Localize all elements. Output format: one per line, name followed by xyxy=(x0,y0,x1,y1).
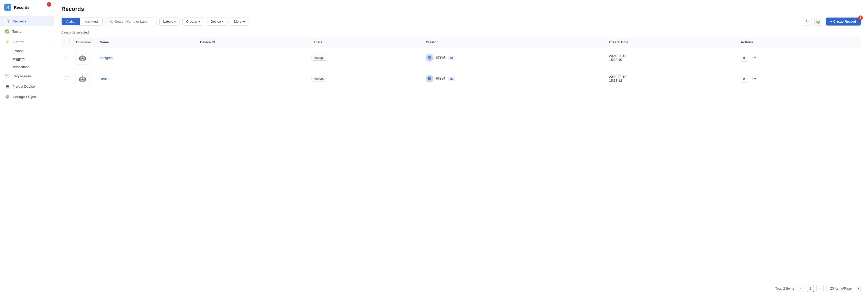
create-record-button[interactable]: + Create Record 2 xyxy=(826,18,861,26)
tab-active[interactable]: Active xyxy=(62,18,80,25)
row-actions-0: ▶ ··· xyxy=(737,47,861,68)
row-actions-1: ▶ ··· xyxy=(737,68,861,89)
tab-archived[interactable]: Archived xyxy=(80,18,102,25)
table-row: 🤖 postgres devops 郑 郑宇靖 Me 2024-04-18 15… xyxy=(61,47,861,68)
search-input[interactable] xyxy=(115,20,153,24)
play-button-1[interactable]: ▶ xyxy=(741,75,748,83)
labels-label: Labels xyxy=(163,20,173,24)
sidebar-item-label-automa: Automa xyxy=(12,40,25,44)
creator-name-0: 郑宇靖 xyxy=(436,56,445,60)
th-actions: Actions xyxy=(737,37,861,47)
next-page-button[interactable]: › xyxy=(816,285,824,292)
create-record-label: + Create Record xyxy=(830,20,856,24)
row-creator-0: 郑 郑宇靖 Me xyxy=(422,47,606,68)
automa-icon: ⚡ xyxy=(5,39,10,44)
table-row: 🤖 Redis devops 郑 郑宇靖 Me 2024-04-18 15:38… xyxy=(61,68,861,89)
more-plus-icon: + xyxy=(243,20,245,24)
avatar-0: 郑 xyxy=(426,54,433,62)
actions-cell-1: ▶ ··· xyxy=(741,75,857,83)
creator-filter-button[interactable]: Creator ▾ xyxy=(182,18,204,26)
sidebar-notification-badge: 1 xyxy=(47,2,51,7)
th-checkbox xyxy=(61,37,72,47)
creator-chevron-icon: ▾ xyxy=(199,20,200,23)
sidebar: R Records 1 📋 Records ✅ Tasks › ⚡ Automa… xyxy=(0,0,54,296)
tasks-icon: ✅ xyxy=(5,29,10,34)
tab-group: Active Archived xyxy=(61,18,103,26)
row-thumbnail-0: 🤖 xyxy=(72,47,96,68)
sidebar-item-triggers[interactable]: Triggers xyxy=(0,55,54,63)
current-page-number: 1 xyxy=(807,285,814,292)
sidebar-item-actions[interactable]: Actions xyxy=(0,47,54,55)
more-actions-button-0[interactable]: ··· xyxy=(750,54,758,62)
sidebar-item-tasks[interactable]: ✅ Tasks › xyxy=(0,26,54,37)
th-thumbnail: Thumbnail xyxy=(72,37,96,47)
th-labels: Labels xyxy=(308,37,422,47)
regressions-icon: 📉 xyxy=(5,73,10,79)
device-chevron-icon: ▾ xyxy=(222,20,224,23)
row-create-time-1: 2024-04-18 15:38:12 xyxy=(606,68,737,89)
more-actions-button-1[interactable]: ··· xyxy=(750,75,758,83)
sidebar-item-label-regressions: Regressions xyxy=(12,74,32,78)
th-name: Name xyxy=(96,37,196,47)
automa-chevron-icon: › xyxy=(47,41,50,42)
creator-cell-1: 郑 郑宇靖 Me xyxy=(426,75,602,83)
total-items-label: Total 2 Items xyxy=(775,287,794,290)
record-name-link-1[interactable]: Redis xyxy=(100,77,108,81)
row-checkbox-cell-1 xyxy=(61,68,72,89)
th-device-id: Device ID xyxy=(196,37,308,47)
me-badge-1: Me xyxy=(448,76,455,81)
play-button-0[interactable]: ▶ xyxy=(741,54,748,62)
label-badge-1: devops xyxy=(311,76,327,81)
sidebar-item-records[interactable]: 📋 Records xyxy=(0,16,54,26)
select-all-checkbox[interactable] xyxy=(65,40,68,43)
sidebar-item-label-records: Records xyxy=(12,19,26,23)
actions-cell-0: ▶ ··· xyxy=(741,54,857,62)
search-icon: 🔍 xyxy=(108,19,113,24)
sidebar-item-label-project-device: Project Device xyxy=(12,85,35,89)
creator-name-1: 郑宇靖 xyxy=(436,76,445,81)
sidebar-item-regressions[interactable]: 📉 Regressions xyxy=(0,71,54,81)
records-selected-info: 0 records selected xyxy=(61,29,861,34)
row-checkbox-1[interactable] xyxy=(65,76,68,80)
avatar-1: 郑 xyxy=(426,75,433,83)
main-content: Records Active Archived 🔍 Labels ▾ Creat… xyxy=(54,0,868,296)
refresh-button[interactable]: ↻ xyxy=(803,17,812,26)
row-labels-0: devops xyxy=(308,47,422,68)
sidebar-nav: 📋 Records ✅ Tasks › ⚡ Automa › Actions T… xyxy=(0,14,54,103)
refresh-icon: ↻ xyxy=(806,19,809,24)
records-icon: 📋 xyxy=(5,19,10,24)
more-filter-button[interactable]: More + xyxy=(230,18,249,26)
labels-filter-button[interactable]: Labels ▾ xyxy=(159,18,180,26)
th-creator: Creator xyxy=(422,37,606,47)
label-badge-0: devops xyxy=(311,55,327,61)
sidebar-item-label-tasks: Tasks xyxy=(12,30,22,34)
more-label: More xyxy=(234,20,242,24)
labels-chevron-icon: ▾ xyxy=(174,20,176,23)
row-creator-1: 郑 郑宇靖 Me xyxy=(422,68,606,89)
sidebar-item-project-device[interactable]: 💻 Project Device xyxy=(0,81,54,92)
row-name-1: Redis xyxy=(96,68,196,89)
row-labels-1: devops xyxy=(308,68,422,89)
device-filter-button[interactable]: Device ▾ xyxy=(207,18,228,26)
creator-cell-0: 郑 郑宇靖 Me xyxy=(426,54,602,62)
sidebar-title: Records xyxy=(14,5,29,9)
sidebar-item-invocations[interactable]: Invocations xyxy=(0,63,54,71)
row-thumbnail-1: 🤖 xyxy=(72,68,96,89)
project-device-icon: 💻 xyxy=(5,84,10,89)
create-badge: 2 xyxy=(858,15,863,20)
chart-button[interactable]: 📊 xyxy=(814,17,823,26)
row-create-time-0: 2024-04-18 15:39:10 xyxy=(606,47,737,68)
th-create-time: Create Time xyxy=(606,37,737,47)
manage-project-icon: ⚙️ xyxy=(5,94,10,99)
record-name-link-0[interactable]: postgres xyxy=(100,56,113,60)
row-checkbox-0[interactable] xyxy=(65,56,68,59)
page-title: Records xyxy=(61,6,861,12)
sidebar-item-manage-project[interactable]: ⚙️ Manage Project xyxy=(0,92,54,102)
prev-page-button[interactable]: ‹ xyxy=(797,285,804,292)
page-size-select[interactable]: 20 Items/Page 50 Items/Page 100 Items/Pa… xyxy=(826,285,861,292)
tasks-chevron-icon: › xyxy=(48,30,49,33)
toolbar: Active Archived 🔍 Labels ▾ Creator ▾ Dev… xyxy=(61,17,861,26)
sidebar-item-automa[interactable]: ⚡ Automa › xyxy=(0,37,54,47)
sidebar-header: R Records 1 xyxy=(0,0,54,14)
row-device-id-1 xyxy=(196,68,308,89)
